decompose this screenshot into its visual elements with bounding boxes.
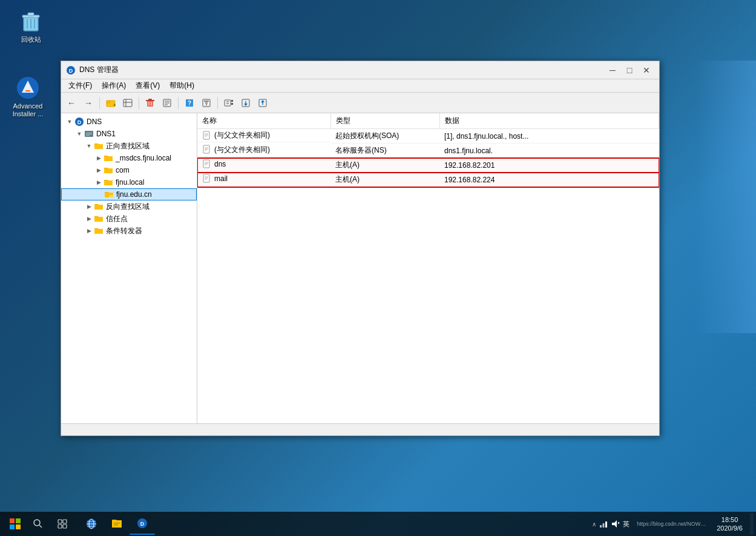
search-button[interactable] [29,514,47,534]
cell-name-text: (与父文件夹相同) [214,130,270,141]
tb-sep-2 [139,97,139,109]
svg-line-71 [39,525,42,528]
svg-rect-72 [58,520,62,523]
tb-filter-button[interactable] [199,95,214,111]
svg-rect-54 [203,145,209,153]
row-doc-icon [202,174,212,184]
tb-import-button[interactable] [255,95,271,111]
forward-folder-icon [94,141,104,151]
cell-name-text: mail [214,174,228,183]
title-bar: D DNS 管理器 ─ □ ✕ [61,61,659,79]
svg-rect-17 [147,101,153,107]
svg-marker-42 [261,100,265,102]
svg-rect-66 [10,518,15,523]
advanced-installer-icon[interactable]: Advanced Installer ... [6,76,50,118]
expand-reverse: ▶ [85,203,93,210]
svg-rect-73 [63,520,67,523]
tree-item-msdcs[interactable]: ▶ _msdcs.fjnu.local [61,152,197,164]
table-row[interactable]: dns主机(A)192.168.82.201 [197,158,659,173]
tree-item-forward-zone[interactable]: ▼ 正向查找区域 [61,140,197,152]
cell-type: 主机(A) [330,173,439,187]
tree-item-conditional-label: 条件转发器 [106,226,142,236]
svg-rect-35 [231,100,233,102]
menu-view[interactable]: 查看(V) [131,79,165,92]
recycle-bin-icon[interactable]: 回收站 [9,9,53,44]
tb-sep-3 [178,97,179,109]
cell-type: 起始授权机构(SOA) [330,129,439,144]
svg-text:?: ? [188,100,191,107]
expand-fjnu-local: ▶ [95,179,102,186]
system-tray: ∧ 英 [587,519,634,529]
menu-help[interactable]: 帮助(H) [165,79,199,92]
start-button[interactable] [2,513,28,535]
tb-delete-button[interactable] [142,95,158,111]
col-data[interactable]: 数据 [439,113,659,129]
tb-sep-4 [217,97,218,109]
close-button[interactable]: ✕ [639,64,654,76]
tb-properties-button[interactable] [159,95,175,111]
tree-item-dns[interactable]: ▼ D DNS [61,116,197,128]
tb-show-details-button[interactable] [120,95,136,111]
tree-item-dns1[interactable]: ▼ DNS1 [61,128,197,140]
expand-trust: ▶ [85,215,93,222]
csdn-url: https://blog.csdn.net/NOWSHUT [637,521,709,527]
taskbar-right: ∧ 英 https://blog.csdn.net/NOWSHUT 18:50 … [587,513,754,535]
menu-action[interactable]: 操作(A) [97,79,131,92]
clock-date: 2020/9/6 [717,524,743,532]
svg-rect-62 [203,174,209,182]
tb-help-button[interactable]: ? [182,95,197,111]
content-area: ▼ D DNS ▼ DNS1 ▼ [61,113,659,423]
cell-name: (与父文件夹相同) [197,129,330,142]
svg-rect-19 [148,99,152,100]
svg-rect-12 [107,101,110,103]
tree-item-com[interactable]: ▶ com [61,164,197,176]
tree-item-reverse-zone[interactable]: ▶ 反向查找区域 [61,200,197,213]
cell-name-text: (与父文件夹相同) [214,145,270,155]
dns-manager-window: D DNS 管理器 ─ □ ✕ 文件(F) 操作(A) 查看(V) 帮助(H) … [61,61,660,436]
minimize-button[interactable]: ─ [605,64,620,76]
tb-back-button[interactable]: ← [64,95,79,111]
desktop-edge-glow [695,61,756,333]
tb-new-folder-button[interactable]: + [103,95,119,111]
taskbar-ie[interactable] [79,513,104,535]
tray-arrow[interactable]: ∧ [592,521,596,528]
svg-rect-32 [225,100,231,106]
cell-type: 主机(A) [330,158,439,173]
tree-item-fjnu-local[interactable]: ▶ fjnu.local [61,176,197,188]
col-name[interactable]: 名称 [197,113,330,129]
col-type[interactable]: 类型 [330,113,439,129]
taskbar-explorer[interactable] [104,513,130,535]
menu-file[interactable]: 文件(F) [64,79,97,92]
tb-record-button[interactable] [221,95,237,111]
tree-item-trust[interactable]: ▶ 信任点 [61,213,197,225]
tb-forward-button[interactable]: → [81,95,96,111]
menu-bar: 文件(F) 操作(A) 查看(V) 帮助(H) [61,79,659,93]
tree-item-fjnu-edu-cn[interactable]: ▶ fjnu.edu.cn [61,188,197,200]
tb-export-button[interactable] [238,95,254,111]
svg-rect-69 [16,524,21,529]
tree-panel: ▼ D DNS ▼ DNS1 ▼ [61,113,197,423]
trust-icon [94,214,104,223]
svg-rect-46 [86,133,92,133]
maximize-button[interactable]: □ [622,64,637,76]
svg-rect-2 [28,13,34,16]
volume-icon [611,519,620,529]
advanced-installer-image [16,76,40,100]
table-row[interactable]: mail主机(A)192.168.82.224 [197,173,659,187]
cell-name: dns [197,158,330,171]
clock[interactable]: 18:50 2020/9/6 [712,515,748,533]
svg-rect-75 [63,524,67,528]
svg-rect-87 [605,521,607,528]
tree-item-conditional[interactable]: ▶ 条件转发器 [61,225,197,237]
show-desktop-button[interactable] [750,513,754,535]
svg-rect-50 [203,131,209,139]
table-row[interactable]: (与父文件夹相同)起始授权机构(SOA)[1], dns1.fjnu.local… [197,129,659,144]
row-doc-icon [202,159,212,169]
taskbar-dns-manager[interactable]: D [130,513,155,535]
table-row[interactable]: (与父文件夹相同)名称服务器(NS)dns1.fjnu.local. [197,144,659,158]
tree-item-fjnu-local-label: fjnu.local [116,178,144,187]
task-view-button[interactable] [50,513,75,535]
svg-rect-68 [10,524,15,529]
language-indicator[interactable]: 英 [623,520,629,529]
recycle-bin-label: 回收站 [21,36,41,44]
